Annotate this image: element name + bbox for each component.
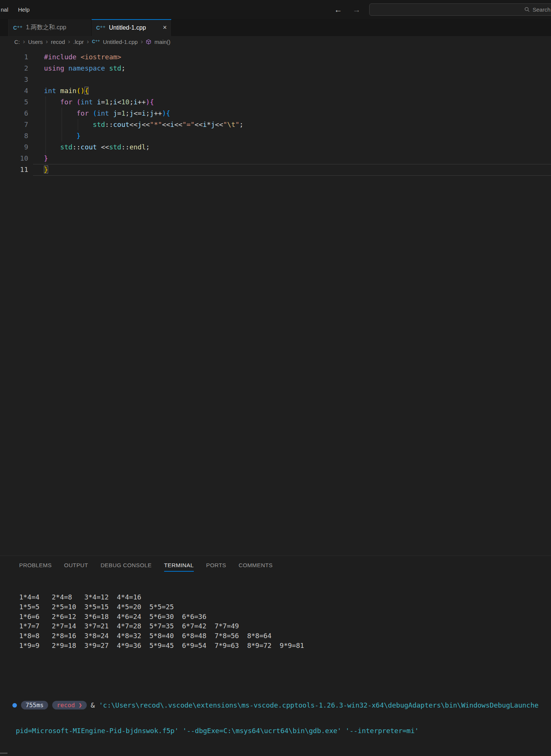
debug-command-block: 755ms recod ❯ & 'c:\Users\recod\.vscode\… [19, 685, 551, 751]
debug-command-line-1: 755ms recod ❯ & 'c:\Users\recod\.vscode\… [12, 700, 551, 710]
breadcrumb-item-main[interactable]: main() [154, 39, 171, 45]
code-lines: 1#include <iostream>2using namespace std… [0, 47, 551, 175]
bottom-panel: PROBLEMSOUTPUTDEBUG CONSOLETERMINALPORTS… [0, 556, 551, 756]
call-operator: & [91, 701, 95, 709]
prompt-user-badge: recod ❯ [52, 701, 86, 709]
terminal-line: 1*9=9 2*9=18 3*9=27 4*9=36 5*9=45 6*9=54… [19, 641, 551, 651]
panel-tab-ports[interactable]: PORTS [206, 562, 226, 568]
breadcrumb: C: › Users › recod › .lcpr › C⁺⁺ Untitle… [0, 36, 551, 47]
line-number: 8 [0, 130, 28, 142]
breadcrumb-item-recod[interactable]: recod [51, 39, 65, 45]
tab-label: 1.两数之和.cpp [26, 24, 66, 32]
horizontal-scrollbar[interactable] [0, 753, 8, 754]
cpp-file-icon: C⁺⁺ [96, 25, 106, 31]
breadcrumb-item-drive[interactable]: C: [14, 39, 20, 45]
line-number: 3 [0, 74, 28, 85]
cpp-file-icon: C⁺⁺ [92, 39, 100, 44]
menu-item-help[interactable]: Help [18, 6, 30, 13]
title-bar: nal Help ← → Search [0, 0, 551, 19]
debug-command-line-2: pid=Microsoft-MIEngine-Pid-bjdnswok.f5p'… [16, 726, 551, 736]
chevron-right-icon: › [141, 38, 143, 45]
tab-label: Untitled-1.cpp [109, 24, 146, 31]
chevron-right-icon: › [68, 38, 70, 45]
history-nav: ← → [334, 0, 361, 19]
line-number: 4 [0, 85, 28, 96]
terminal-output[interactable]: 1*4=4 2*4=8 3*4=12 4*4=161*5=5 2*5=10 3*… [0, 574, 551, 756]
chevron-right-icon: › [46, 38, 48, 45]
code-line: 7 std::cout<<j<<"*"<<i<<"="<<i*j<<"\t"; [0, 119, 551, 130]
search-placeholder-wrap: Search [524, 4, 551, 15]
code-line: 3 [0, 74, 551, 85]
editor-tab-bar: C⁺⁺ 1.两数之和.cpp C⁺⁺ Untitled-1.cpp × [0, 19, 551, 36]
terminal-line: 1*5=5 2*5=10 3*5=15 4*5=20 5*5=25 [19, 602, 551, 612]
debug-launcher-path: 'c:\Users\recod\.vscode\extensions\ms-vs… [99, 701, 538, 709]
code-line: 9 std::cout <<std::endl; [0, 142, 551, 153]
line-number: 6 [0, 108, 28, 119]
code-line: 5 for (int i=1;i<10;i++){ [0, 96, 551, 108]
panel-tab-output[interactable]: OUTPUT [64, 562, 88, 568]
line-number: 5 [0, 96, 28, 108]
code-line: 11} [0, 164, 551, 175]
terminal-line: 1*7=7 2*7=14 3*7=21 4*7=28 5*7=35 6*7=42… [19, 621, 551, 631]
breadcrumb-item-users[interactable]: Users [28, 39, 43, 45]
tab-file-1[interactable]: C⁺⁺ 1.两数之和.cpp [9, 19, 92, 36]
panel-tab-comments[interactable]: COMMENTS [239, 562, 273, 568]
code-line: 8 } [0, 130, 551, 142]
terminal-line: 1*4=4 2*4=8 3*4=12 4*4=16 [19, 592, 551, 602]
panel-tabs: PROBLEMSOUTPUTDEBUG CONSOLETERMINALPORTS… [0, 556, 551, 574]
search-placeholder: Search [533, 6, 551, 13]
terminal-line: 1*6=6 2*6=12 3*6=18 4*6=24 5*6=30 6*6=36 [19, 612, 551, 622]
forward-arrow-icon[interactable]: → [353, 5, 361, 14]
breadcrumb-item-file[interactable]: Untitled-1.cpp [103, 39, 138, 45]
breadcrumb-item-lcpr[interactable]: .lcpr [73, 39, 84, 45]
code-line: 1#include <iostream> [0, 51, 551, 63]
close-icon[interactable]: × [163, 24, 167, 32]
line-number: 7 [0, 119, 28, 130]
symbol-cube-icon [146, 39, 151, 45]
terminal-section-1: 1*4=4 2*4=8 3*4=12 4*4=161*5=5 2*5=10 3*… [19, 592, 551, 651]
duration-badge: 755ms [21, 701, 48, 709]
panel-tab-terminal[interactable]: TERMINAL [164, 562, 194, 568]
shell-decoration-dot-icon [12, 703, 17, 708]
chevron-right-icon: › [87, 38, 89, 45]
line-number: 2 [0, 63, 28, 74]
back-arrow-icon[interactable]: ← [334, 5, 342, 14]
code-line: 4int main(){ [0, 85, 551, 96]
tab-untitled-1[interactable]: C⁺⁺ Untitled-1.cpp × [92, 19, 172, 36]
code-editor[interactable]: 1#include <iostream>2using namespace std… [0, 47, 551, 556]
line-number: 10 [0, 153, 28, 164]
search-icon [524, 7, 530, 12]
line-number: 1 [0, 51, 28, 63]
panel-tab-problems[interactable]: PROBLEMS [19, 562, 52, 568]
code-line: 10} [0, 153, 551, 164]
line-number: 11 [0, 164, 28, 175]
panel-tab-debug-console[interactable]: DEBUG CONSOLE [101, 562, 152, 568]
code-line: 6 for (int j=1;j<=i;j++){ [0, 108, 551, 119]
menu-item-terminal-partial[interactable]: nal [1, 6, 8, 13]
terminal-line: 1*8=8 2*8=16 3*8=24 4*8=32 5*8=40 6*8=48… [19, 631, 551, 641]
code-line: 2using namespace std; [0, 63, 551, 74]
tab-bar-spacer [0, 19, 9, 36]
cpp-file-icon: C⁺⁺ [13, 25, 23, 31]
line-number: 9 [0, 142, 28, 153]
chevron-right-icon: › [23, 38, 25, 45]
search-input[interactable]: Search [369, 3, 551, 16]
